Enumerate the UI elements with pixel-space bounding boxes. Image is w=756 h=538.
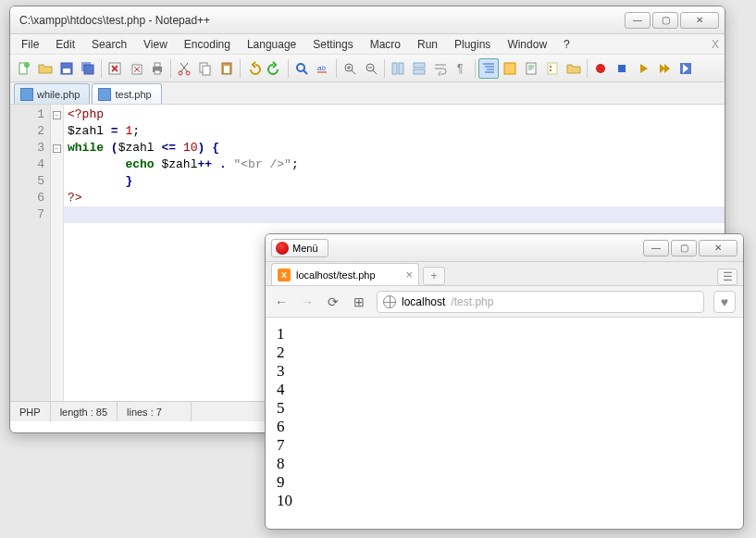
- menu-plugins[interactable]: Plugins: [447, 36, 498, 53]
- address-bar[interactable]: localhost/test.php: [377, 291, 704, 313]
- xampp-favicon: X: [278, 269, 291, 282]
- speed-dial-button[interactable]: ⊞: [351, 294, 367, 310]
- hidden-chars-button[interactable]: ¶: [452, 58, 472, 79]
- undo-button[interactable]: [243, 58, 264, 79]
- svg-rect-17: [224, 66, 229, 73]
- toolbar-separator: [170, 59, 171, 78]
- svg-rect-29: [548, 63, 557, 74]
- toolbar-separator: [384, 59, 385, 78]
- toolbar-separator: [240, 59, 241, 78]
- maximize-button[interactable]: ▢: [652, 12, 678, 29]
- sync-h-button[interactable]: [409, 58, 429, 79]
- svg-rect-3: [63, 69, 70, 73]
- menu-view[interactable]: View: [136, 36, 175, 53]
- panel-toggle-button[interactable]: ☰: [717, 269, 737, 285]
- toolbar-separator: [587, 59, 588, 78]
- menu-help[interactable]: ?: [556, 36, 577, 53]
- file-tabbar: while.php test.php: [10, 82, 725, 105]
- output-line: 1: [277, 325, 732, 344]
- browser-tab[interactable]: X localhost/test.php ×: [271, 263, 419, 285]
- menu-edit[interactable]: Edit: [48, 36, 82, 53]
- func-list-button[interactable]: [542, 58, 563, 79]
- cut-button[interactable]: [174, 58, 194, 79]
- save-all-button[interactable]: [78, 58, 98, 79]
- svg-rect-23: [399, 63, 403, 74]
- svg-rect-27: [504, 63, 515, 74]
- svg-text:ab: ab: [317, 64, 326, 72]
- browser-viewport: 12345678910: [266, 318, 743, 519]
- output-line: 3: [277, 362, 732, 381]
- svg-point-1: [24, 62, 30, 68]
- menu-macro[interactable]: Macro: [363, 36, 408, 53]
- tab-test-php[interactable]: test.php: [92, 83, 161, 104]
- toolbar-separator: [288, 59, 289, 78]
- output-line: 7: [277, 436, 732, 455]
- menu-search[interactable]: Search: [84, 36, 134, 53]
- doc-map-button[interactable]: [521, 58, 541, 79]
- close-all-button[interactable]: [126, 58, 146, 79]
- menu-run[interactable]: Run: [410, 36, 445, 53]
- toolbar-separator: [101, 59, 102, 78]
- browser-window: Menü — ▢ ✕ X localhost/test.php × + ☰ ← …: [265, 233, 744, 530]
- play-multi-button[interactable]: [654, 58, 675, 79]
- browser-titlebar: Menü — ▢ ✕: [266, 234, 743, 262]
- record-button[interactable]: [590, 58, 611, 79]
- save-macro-button[interactable]: [675, 58, 696, 79]
- minimize-button[interactable]: —: [625, 12, 651, 29]
- find-button[interactable]: [291, 58, 312, 79]
- new-tab-button[interactable]: +: [423, 267, 445, 285]
- fold-toggle[interactable]: −: [53, 144, 61, 153]
- redo-button[interactable]: [265, 58, 285, 79]
- output-line: 8: [277, 455, 732, 473]
- tab-while-php[interactable]: while.php: [14, 83, 90, 104]
- new-file-button[interactable]: [14, 58, 34, 79]
- bookmark-button[interactable]: ♥: [713, 291, 736, 313]
- url-host: localhost: [402, 295, 445, 308]
- svg-point-31: [550, 69, 552, 71]
- menu-settings[interactable]: Settings: [305, 36, 360, 53]
- play-button[interactable]: [633, 58, 653, 79]
- stop-button[interactable]: [612, 58, 632, 79]
- menu-window[interactable]: Window: [500, 36, 554, 53]
- menu-close-x[interactable]: X: [712, 38, 719, 51]
- globe-icon: [383, 295, 396, 308]
- toolbar: ab ¶: [10, 55, 725, 82]
- folder-workspace-button[interactable]: [564, 58, 584, 79]
- menu-file[interactable]: File: [14, 36, 46, 53]
- window-title: C:\xampp\htdocs\test.php - Notepad++: [19, 14, 625, 27]
- browser-tabbar: X localhost/test.php × + ☰: [266, 262, 743, 286]
- reload-button[interactable]: ⟳: [325, 294, 341, 310]
- close-button[interactable]: ✕: [680, 12, 719, 29]
- copy-button[interactable]: [195, 58, 216, 79]
- output-line: 6: [277, 418, 732, 436]
- minimize-button[interactable]: —: [643, 240, 669, 256]
- forward-button[interactable]: →: [299, 294, 316, 310]
- sync-v-button[interactable]: [388, 58, 408, 79]
- menu-language[interactable]: Language: [240, 36, 304, 53]
- replace-button[interactable]: ab: [313, 58, 333, 79]
- indent-guide-button[interactable]: [478, 58, 499, 79]
- maximize-button[interactable]: ▢: [671, 240, 697, 256]
- menu-encoding[interactable]: Encoding: [177, 36, 238, 53]
- url-path: /test.php: [451, 295, 493, 308]
- titlebar: C:\xampp\htdocs\test.php - Notepad++ — ▢…: [10, 6, 725, 34]
- menubar: File Edit Search View Encoding Language …: [10, 34, 725, 55]
- wrap-button[interactable]: [430, 58, 451, 79]
- open-file-button[interactable]: [35, 58, 56, 79]
- zoom-in-button[interactable]: [340, 58, 360, 79]
- fold-toggle[interactable]: −: [53, 111, 61, 119]
- close-file-button[interactable]: [105, 58, 125, 79]
- user-lang-button[interactable]: [500, 58, 520, 79]
- save-button[interactable]: [56, 58, 77, 79]
- tab-label: while.php: [37, 89, 80, 100]
- status-lines: lines : 7: [118, 402, 192, 421]
- svg-rect-25: [414, 69, 425, 74]
- back-button[interactable]: ←: [273, 294, 290, 310]
- browser-menu-button[interactable]: Menü: [271, 239, 328, 257]
- paste-button[interactable]: [217, 58, 237, 79]
- close-tab-button[interactable]: ×: [405, 268, 413, 282]
- zoom-out-button[interactable]: [361, 58, 381, 79]
- close-button[interactable]: ✕: [699, 240, 737, 256]
- svg-rect-15: [203, 66, 210, 75]
- print-button[interactable]: [147, 58, 167, 79]
